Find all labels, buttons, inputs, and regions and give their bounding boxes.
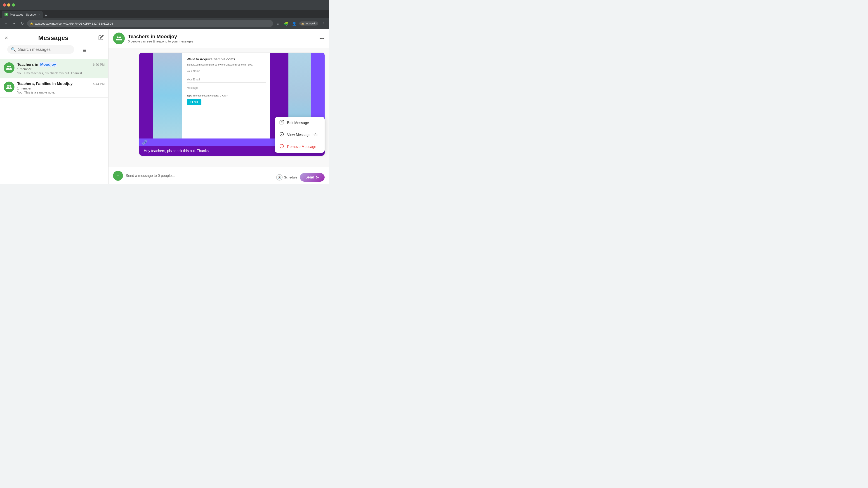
profile-button[interactable]: 👤: [291, 20, 298, 27]
schedule-icon: 🕐: [276, 174, 283, 181]
conv-preview: You: This is a sample note.: [17, 91, 105, 94]
main-content: Teachers in Moodjoy 0 people can see & r…: [108, 29, 329, 184]
address-bar[interactable]: 🔒 app.seesaw.me/c/conv.01HR4FNQSKJRF4332…: [27, 20, 273, 27]
extension-button[interactable]: 🧩: [283, 20, 289, 27]
window-controls: [3, 3, 15, 6]
conv-name-row: Teachers in Moodjoy 6:20 PM: [17, 62, 105, 67]
app-container: ✕ Messages 🔍: [0, 29, 329, 184]
conv-meta: 1 member: [17, 87, 105, 90]
info-icon: [279, 132, 284, 138]
tab-label: Messages - Seesaw: [10, 13, 36, 16]
conv-name-highlight: Moodjoy: [39, 62, 57, 67]
window-close-button[interactable]: [3, 3, 6, 6]
conv-meta: 1 member: [17, 67, 105, 71]
conv-name: Teachers in Moodjoy: [17, 62, 57, 67]
add-attachment-button[interactable]: +: [113, 171, 123, 181]
window-minimize-button[interactable]: [7, 3, 10, 6]
schedule-label: Schedule: [284, 175, 297, 179]
context-menu: Edit Message View Message Info: [275, 117, 324, 153]
send-label: Send: [305, 175, 314, 180]
search-input[interactable]: [18, 47, 70, 52]
chat-name: Teachers in Moodjoy: [128, 34, 316, 39]
search-row: 🔍: [0, 45, 108, 59]
form-security: Type in these security letters: C A S K: [187, 94, 266, 97]
schedule-button[interactable]: 🕐 Schedule: [276, 174, 297, 181]
search-icon: 🔍: [11, 47, 16, 52]
lock-icon: 🔒: [30, 22, 33, 25]
refresh-button[interactable]: ↻: [19, 20, 25, 27]
form-field-email: Your Email: [187, 76, 266, 83]
chat-avatar: [113, 33, 125, 44]
avatar: [4, 62, 14, 73]
conversation-item[interactable]: Teachers in Moodjoy 6:20 PM 1 member You…: [0, 59, 108, 78]
conversation-content: Teachers, Families in Moodjoy 5:44 PM 1 …: [17, 82, 105, 94]
nav-bar: ← → ↻ 🔒 app.seesaw.me/c/conv.01HR4FNQSKJ…: [0, 18, 329, 29]
sidebar-close-button[interactable]: ✕: [4, 35, 8, 41]
forward-button[interactable]: →: [11, 20, 17, 27]
tab-favicon: S: [4, 13, 8, 16]
view-message-info-label: View Message Info: [287, 133, 318, 137]
more-options-button[interactable]: ⋮: [320, 20, 327, 27]
form-subtitle: Sample.com was registered by the Castell…: [187, 63, 266, 66]
compose-button[interactable]: [98, 35, 104, 41]
img-form: Want to Acquire Sample.com? Sample.com w…: [182, 53, 270, 138]
back-button[interactable]: ←: [3, 20, 9, 27]
remove-message-label: Remove Message: [287, 145, 316, 149]
sidebar-title: Messages: [8, 34, 98, 41]
remove-icon: [279, 144, 284, 150]
chat-header: Teachers in Moodjoy 0 people can see & r…: [108, 29, 329, 48]
chat-subtitle: 0 people can see & respond to your messa…: [128, 39, 316, 43]
send-button[interactable]: Send: [300, 173, 324, 182]
view-message-info-menu-item[interactable]: View Message Info: [275, 129, 324, 141]
conversation-content: Teachers in Moodjoy 6:20 PM 1 member You…: [17, 62, 105, 75]
conv-preview: You: Hey teachers, pls check this out. T…: [17, 71, 105, 75]
edit-message-label: Edit Message: [287, 121, 309, 125]
form-field-message: Message: [187, 85, 266, 91]
conv-time: 6:20 PM: [93, 63, 105, 66]
send-bar: 🕐 Schedule Send: [272, 170, 329, 184]
edit-icon: [279, 120, 284, 126]
edit-message-menu-item[interactable]: Edit Message: [275, 117, 324, 129]
form-field-name: Your Name: [187, 68, 266, 74]
remove-message-menu-item[interactable]: Remove Message: [275, 141, 324, 153]
search-bar[interactable]: 🔍: [7, 45, 74, 54]
sidebar: ✕ Messages 🔍: [0, 29, 108, 184]
tab-bar: S Messages - Seesaw × +: [0, 10, 329, 18]
bookmark-button[interactable]: ☆: [275, 20, 281, 27]
new-tab-button[interactable]: +: [43, 13, 49, 18]
sidebar-header: ✕ Messages: [0, 29, 108, 45]
img-purple-left: [139, 53, 153, 138]
nav-actions: ☆ 🧩 👤 🕵 Incognito ⋮: [275, 20, 327, 27]
form-title: Want to Acquire Sample.com?: [187, 57, 266, 61]
address-text: app.seesaw.me/c/conv.01HR4FNQSKJRF4332PS…: [35, 22, 113, 25]
avatar: [4, 82, 14, 92]
link-icon: 🔗: [142, 140, 147, 145]
conv-name-row: Teachers, Families in Moodjoy 5:44 PM: [17, 82, 105, 86]
form-send-button[interactable]: SEND: [187, 99, 202, 105]
more-options-button[interactable]: •••: [319, 35, 324, 41]
browser-chrome: [0, 0, 329, 10]
img-sky-left: [153, 53, 182, 138]
active-tab[interactable]: S Messages - Seesaw ×: [2, 11, 43, 18]
conv-time: 5:44 PM: [93, 82, 105, 86]
chat-info: Teachers in Moodjoy 0 people can see & r…: [128, 34, 316, 43]
conv-name: Teachers, Families in Moodjoy: [17, 82, 72, 86]
window-maximize-button[interactable]: [12, 3, 15, 6]
incognito-badge: 🕵 Incognito: [299, 22, 318, 26]
conversation-list: Teachers in Moodjoy 6:20 PM 1 member You…: [0, 59, 108, 184]
conversation-item[interactable]: Teachers, Families in Moodjoy 5:44 PM 1 …: [0, 78, 108, 98]
tab-close-button[interactable]: ×: [38, 13, 40, 16]
filter-button[interactable]: [81, 48, 86, 54]
